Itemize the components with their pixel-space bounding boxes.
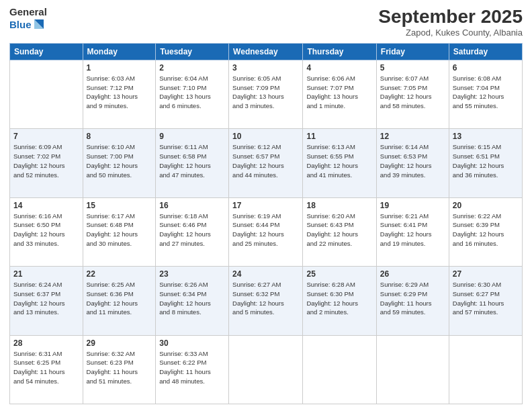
day-number: 23 <box>159 269 225 279</box>
table-row: 26Sunrise: 6:29 AM Sunset: 6:29 PM Dayli… <box>376 267 449 335</box>
day-number: 19 <box>380 201 445 210</box>
day-info: Sunrise: 6:10 AM Sunset: 7:00 PM Dayligh… <box>87 142 152 179</box>
day-number: 21 <box>13 269 79 279</box>
day-number: 29 <box>87 338 152 348</box>
day-number: 15 <box>87 201 152 210</box>
table-row: 3Sunrise: 6:05 AM Sunset: 7:09 PM Daylig… <box>229 60 303 128</box>
table-row: 23Sunrise: 6:26 AM Sunset: 6:34 PM Dayli… <box>156 267 229 335</box>
day-info: Sunrise: 6:30 AM Sunset: 6:27 PM Dayligh… <box>453 280 519 317</box>
day-number: 26 <box>380 269 445 279</box>
day-info: Sunrise: 6:31 AM Sunset: 6:25 PM Dayligh… <box>13 349 79 386</box>
day-info: Sunrise: 6:03 AM Sunset: 7:12 PM Dayligh… <box>87 74 152 111</box>
day-number: 25 <box>306 269 372 279</box>
day-number: 6 <box>453 63 519 73</box>
day-number: 14 <box>13 201 79 210</box>
table-row: 2Sunrise: 6:04 AM Sunset: 7:10 PM Daylig… <box>156 60 229 128</box>
day-number: 7 <box>13 132 79 141</box>
table-row: 16Sunrise: 6:18 AM Sunset: 6:46 PM Dayli… <box>156 197 229 266</box>
logo: General Blue <box>9 7 47 32</box>
table-row: 8Sunrise: 6:10 AM Sunset: 7:00 PM Daylig… <box>83 129 156 197</box>
table-row <box>376 335 449 404</box>
table-row: 4Sunrise: 6:06 AM Sunset: 7:07 PM Daylig… <box>303 60 376 128</box>
day-number: 1 <box>87 63 152 73</box>
header: General Blue September 2025 Zapod, Kukes… <box>9 7 523 38</box>
logo-blue: Blue <box>9 19 32 30</box>
day-number: 24 <box>232 269 299 279</box>
table-row: 18Sunrise: 6:20 AM Sunset: 6:43 PM Dayli… <box>303 197 376 266</box>
calendar-row: 14Sunrise: 6:16 AM Sunset: 6:50 PM Dayli… <box>10 197 523 266</box>
day-number: 9 <box>159 132 225 141</box>
day-info: Sunrise: 6:33 AM Sunset: 6:22 PM Dayligh… <box>159 349 225 386</box>
day-info: Sunrise: 6:25 AM Sunset: 6:36 PM Dayligh… <box>87 280 152 317</box>
table-row: 28Sunrise: 6:31 AM Sunset: 6:25 PM Dayli… <box>10 335 83 404</box>
table-row: 24Sunrise: 6:27 AM Sunset: 6:32 PM Dayli… <box>229 267 303 335</box>
col-monday: Monday <box>83 43 156 60</box>
day-info: Sunrise: 6:32 AM Sunset: 6:23 PM Dayligh… <box>87 349 152 386</box>
day-info: Sunrise: 6:05 AM Sunset: 7:09 PM Dayligh… <box>232 74 299 111</box>
calendar-row: 21Sunrise: 6:24 AM Sunset: 6:37 PM Dayli… <box>10 267 523 335</box>
day-info: Sunrise: 6:21 AM Sunset: 6:41 PM Dayligh… <box>380 212 445 248</box>
title-block: September 2025 Zapod, Kukes County, Alba… <box>378 7 523 38</box>
day-info: Sunrise: 6:07 AM Sunset: 7:05 PM Dayligh… <box>380 74 445 111</box>
day-number: 13 <box>453 132 519 141</box>
day-number: 17 <box>232 201 299 210</box>
col-wednesday: Wednesday <box>229 43 303 60</box>
day-number: 22 <box>87 269 152 279</box>
day-number: 5 <box>380 63 445 73</box>
logo-general: General <box>9 7 47 17</box>
day-number: 18 <box>306 201 372 210</box>
table-row: 22Sunrise: 6:25 AM Sunset: 6:36 PM Dayli… <box>83 267 156 335</box>
table-row: 29Sunrise: 6:32 AM Sunset: 6:23 PM Dayli… <box>83 335 156 404</box>
table-row: 9Sunrise: 6:11 AM Sunset: 6:58 PM Daylig… <box>156 129 229 197</box>
table-row: 5Sunrise: 6:07 AM Sunset: 7:05 PM Daylig… <box>376 60 449 128</box>
table-row: 20Sunrise: 6:22 AM Sunset: 6:39 PM Dayli… <box>449 197 522 266</box>
day-info: Sunrise: 6:20 AM Sunset: 6:43 PM Dayligh… <box>306 212 372 248</box>
table-row: 30Sunrise: 6:33 AM Sunset: 6:22 PM Dayli… <box>156 335 229 404</box>
day-number: 11 <box>306 132 372 141</box>
day-number: 2 <box>159 63 225 73</box>
day-info: Sunrise: 6:26 AM Sunset: 6:34 PM Dayligh… <box>159 280 225 317</box>
table-row: 13Sunrise: 6:15 AM Sunset: 6:51 PM Dayli… <box>449 129 522 197</box>
table-row: 7Sunrise: 6:09 AM Sunset: 7:02 PM Daylig… <box>10 129 83 197</box>
location-title: Zapod, Kukes County, Albania <box>378 28 523 38</box>
table-row: 21Sunrise: 6:24 AM Sunset: 6:37 PM Dayli… <box>10 267 83 335</box>
header-row: Sunday Monday Tuesday Wednesday Thursday… <box>10 43 523 60</box>
day-info: Sunrise: 6:08 AM Sunset: 7:04 PM Dayligh… <box>453 74 519 111</box>
day-number: 3 <box>232 63 299 73</box>
day-number: 20 <box>453 201 519 210</box>
page: General Blue September 2025 Zapod, Kukes… <box>0 0 532 411</box>
day-number: 27 <box>453 269 519 279</box>
day-info: Sunrise: 6:09 AM Sunset: 7:02 PM Dayligh… <box>13 142 79 179</box>
table-row <box>229 335 303 404</box>
table-row: 12Sunrise: 6:14 AM Sunset: 6:53 PM Dayli… <box>376 129 449 197</box>
table-row: 10Sunrise: 6:12 AM Sunset: 6:57 PM Dayli… <box>229 129 303 197</box>
table-row: 14Sunrise: 6:16 AM Sunset: 6:50 PM Dayli… <box>10 197 83 266</box>
day-info: Sunrise: 6:19 AM Sunset: 6:44 PM Dayligh… <box>232 212 299 248</box>
day-info: Sunrise: 6:16 AM Sunset: 6:50 PM Dayligh… <box>13 212 79 248</box>
day-info: Sunrise: 6:27 AM Sunset: 6:32 PM Dayligh… <box>232 280 299 317</box>
col-tuesday: Tuesday <box>156 43 229 60</box>
day-info: Sunrise: 6:12 AM Sunset: 6:57 PM Dayligh… <box>232 142 299 179</box>
col-saturday: Saturday <box>449 43 522 60</box>
table-row <box>10 60 83 128</box>
day-info: Sunrise: 6:11 AM Sunset: 6:58 PM Dayligh… <box>159 142 225 179</box>
day-info: Sunrise: 6:06 AM Sunset: 7:07 PM Dayligh… <box>306 74 372 111</box>
table-row: 6Sunrise: 6:08 AM Sunset: 7:04 PM Daylig… <box>449 60 522 128</box>
day-info: Sunrise: 6:24 AM Sunset: 6:37 PM Dayligh… <box>13 280 79 317</box>
day-number: 10 <box>232 132 299 141</box>
day-number: 28 <box>13 338 79 348</box>
day-info: Sunrise: 6:04 AM Sunset: 7:10 PM Dayligh… <box>159 74 225 111</box>
col-sunday: Sunday <box>10 43 83 60</box>
day-info: Sunrise: 6:13 AM Sunset: 6:55 PM Dayligh… <box>306 142 372 179</box>
table-row: 1Sunrise: 6:03 AM Sunset: 7:12 PM Daylig… <box>83 60 156 128</box>
day-number: 12 <box>380 132 445 141</box>
table-row: 27Sunrise: 6:30 AM Sunset: 6:27 PM Dayli… <box>449 267 522 335</box>
day-number: 4 <box>306 63 372 73</box>
calendar-table: Sunday Monday Tuesday Wednesday Thursday… <box>9 43 523 404</box>
calendar-row: 1Sunrise: 6:03 AM Sunset: 7:12 PM Daylig… <box>10 60 523 128</box>
table-row: 19Sunrise: 6:21 AM Sunset: 6:41 PM Dayli… <box>376 197 449 266</box>
day-info: Sunrise: 6:22 AM Sunset: 6:39 PM Dayligh… <box>453 212 519 248</box>
table-row: 15Sunrise: 6:17 AM Sunset: 6:48 PM Dayli… <box>83 197 156 266</box>
month-title: September 2025 <box>378 7 523 28</box>
day-number: 8 <box>87 132 152 141</box>
